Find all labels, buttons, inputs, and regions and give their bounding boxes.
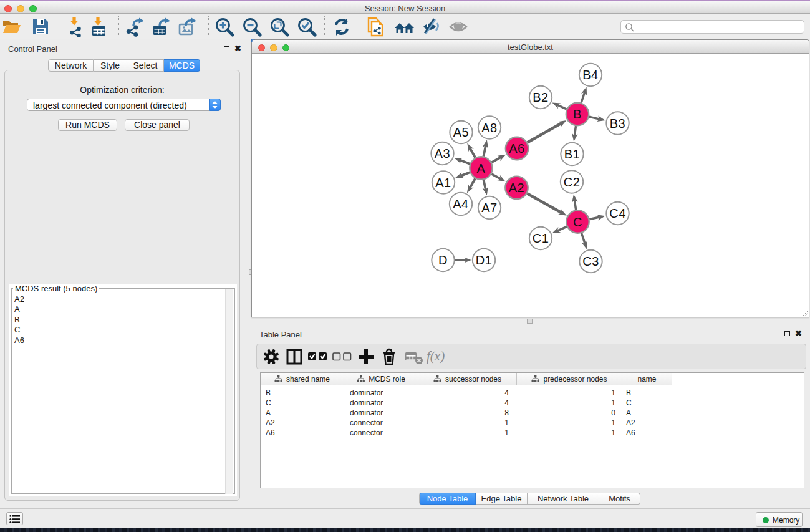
svg-text:A5: A5 [453,125,469,139]
svg-text:C1: C1 [533,231,549,245]
svg-text:D: D [438,253,448,267]
svg-text:B4: B4 [582,68,598,82]
svg-text:A4: A4 [453,197,468,211]
svg-text:A8: A8 [481,121,497,135]
svg-text:B3: B3 [610,117,625,130]
svg-text:A: A [477,162,486,175]
svg-text:A6: A6 [509,142,524,155]
svg-text:A1: A1 [435,176,451,190]
svg-text:D1: D1 [476,253,493,267]
svg-text:B: B [573,107,582,121]
svg-text:A3: A3 [435,147,450,160]
svg-text:B2: B2 [533,90,548,104]
svg-text:A7: A7 [481,201,497,215]
svg-text:C: C [573,215,582,229]
svg-text:A2: A2 [509,181,524,195]
svg-text:C4: C4 [609,206,626,220]
svg-text:B1: B1 [564,147,580,161]
svg-text:C3: C3 [582,254,599,268]
svg-text:C2: C2 [564,175,581,189]
